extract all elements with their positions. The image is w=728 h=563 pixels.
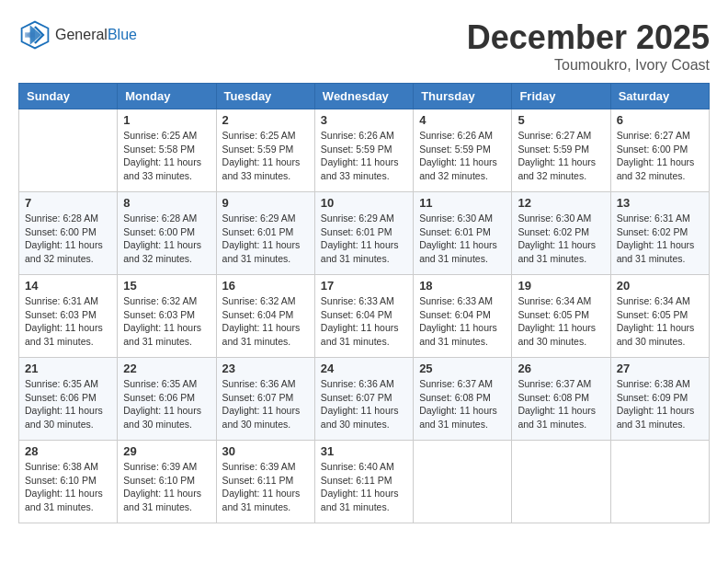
logo-text: GeneralBlue — [55, 27, 137, 43]
day-info: Sunrise: 6:36 AMSunset: 6:07 PMDaylight:… — [321, 377, 407, 431]
calendar-cell: 31Sunrise: 6:40 AMSunset: 6:11 PMDayligh… — [314, 441, 413, 523]
day-info: Sunrise: 6:37 AMSunset: 6:08 PMDaylight:… — [419, 377, 506, 431]
day-number: 9 — [222, 196, 309, 210]
calendar-cell: 26Sunrise: 6:37 AMSunset: 6:08 PMDayligh… — [512, 358, 610, 441]
day-info: Sunrise: 6:26 AMSunset: 5:59 PMDaylight:… — [419, 129, 506, 183]
day-number: 25 — [419, 362, 506, 375]
calendar-week-4: 21Sunrise: 6:35 AMSunset: 6:06 PMDayligh… — [19, 358, 710, 441]
calendar-cell: 25Sunrise: 6:37 AMSunset: 6:08 PMDayligh… — [414, 358, 512, 441]
logo-icon — [18, 18, 51, 52]
day-number: 22 — [123, 362, 210, 375]
weekday-header-saturday: Saturday — [610, 84, 709, 109]
day-info: Sunrise: 6:27 AMSunset: 5:59 PMDaylight:… — [518, 129, 604, 183]
day-info: Sunrise: 6:34 AMSunset: 6:05 PMDaylight:… — [518, 294, 604, 349]
calendar-cell: 29Sunrise: 6:39 AMSunset: 6:10 PMDayligh… — [118, 441, 216, 523]
page-header: GeneralBlue December 2025 Toumoukro, Ivo… — [18, 18, 710, 74]
day-info: Sunrise: 6:36 AMSunset: 6:07 PMDaylight:… — [222, 377, 309, 431]
day-info: Sunrise: 6:28 AMSunset: 6:00 PMDaylight:… — [25, 212, 111, 266]
day-number: 5 — [518, 113, 604, 127]
calendar-cell: 24Sunrise: 6:36 AMSunset: 6:07 PMDayligh… — [314, 358, 413, 441]
day-number: 8 — [123, 196, 210, 210]
logo: GeneralBlue — [18, 18, 137, 52]
day-info: Sunrise: 6:35 AMSunset: 6:06 PMDaylight:… — [123, 377, 210, 431]
calendar-cell: 17Sunrise: 6:33 AMSunset: 6:04 PMDayligh… — [314, 275, 413, 358]
day-number: 13 — [617, 196, 703, 210]
weekday-header-monday: Monday — [118, 84, 216, 109]
calendar-cell: 18Sunrise: 6:33 AMSunset: 6:04 PMDayligh… — [414, 275, 512, 358]
calendar-cell: 2Sunrise: 6:25 AMSunset: 5:59 PMDaylight… — [216, 109, 314, 192]
day-number: 26 — [518, 362, 604, 375]
day-info: Sunrise: 6:25 AMSunset: 5:58 PMDaylight:… — [123, 129, 210, 183]
day-number: 14 — [25, 279, 111, 293]
calendar-cell: 23Sunrise: 6:36 AMSunset: 6:07 PMDayligh… — [216, 358, 314, 441]
location: Toumoukro, Ivory Coast — [467, 57, 710, 74]
day-number: 31 — [321, 444, 407, 458]
day-number: 2 — [222, 113, 309, 127]
day-number: 1 — [123, 113, 210, 127]
day-number: 7 — [25, 196, 111, 210]
day-number: 6 — [617, 113, 703, 127]
calendar-cell: 20Sunrise: 6:34 AMSunset: 6:05 PMDayligh… — [610, 275, 709, 358]
calendar-cell: 11Sunrise: 6:30 AMSunset: 6:01 PMDayligh… — [414, 192, 512, 275]
calendar-cell: 27Sunrise: 6:38 AMSunset: 6:09 PMDayligh… — [610, 358, 709, 441]
day-number: 16 — [222, 279, 309, 293]
calendar-cell — [512, 441, 610, 523]
calendar-cell: 10Sunrise: 6:29 AMSunset: 6:01 PMDayligh… — [314, 192, 413, 275]
calendar-cell: 14Sunrise: 6:31 AMSunset: 6:03 PMDayligh… — [19, 275, 118, 358]
day-info: Sunrise: 6:30 AMSunset: 6:01 PMDaylight:… — [419, 212, 506, 266]
calendar-cell: 19Sunrise: 6:34 AMSunset: 6:05 PMDayligh… — [512, 275, 610, 358]
calendar-cell: 6Sunrise: 6:27 AMSunset: 6:00 PMDaylight… — [610, 109, 709, 192]
calendar-cell: 3Sunrise: 6:26 AMSunset: 5:59 PMDaylight… — [314, 109, 413, 192]
calendar-cell: 4Sunrise: 6:26 AMSunset: 5:59 PMDaylight… — [414, 109, 512, 192]
day-info: Sunrise: 6:37 AMSunset: 6:08 PMDaylight:… — [518, 377, 604, 431]
day-info: Sunrise: 6:40 AMSunset: 6:11 PMDaylight:… — [321, 460, 407, 514]
day-number: 15 — [123, 279, 210, 293]
title-block: December 2025 Toumoukro, Ivory Coast — [467, 18, 710, 74]
day-number: 4 — [419, 113, 506, 127]
day-number: 12 — [518, 196, 604, 210]
calendar-cell: 9Sunrise: 6:29 AMSunset: 6:01 PMDaylight… — [216, 192, 314, 275]
day-info: Sunrise: 6:29 AMSunset: 6:01 PMDaylight:… — [321, 212, 407, 266]
calendar-week-2: 7Sunrise: 6:28 AMSunset: 6:00 PMDaylight… — [19, 192, 710, 275]
day-number: 24 — [321, 362, 407, 375]
calendar-cell: 30Sunrise: 6:39 AMSunset: 6:11 PMDayligh… — [216, 441, 314, 523]
calendar-cell: 8Sunrise: 6:28 AMSunset: 6:00 PMDaylight… — [118, 192, 216, 275]
day-info: Sunrise: 6:25 AMSunset: 5:59 PMDaylight:… — [222, 129, 309, 183]
calendar-cell: 21Sunrise: 6:35 AMSunset: 6:06 PMDayligh… — [19, 358, 118, 441]
calendar-cell: 28Sunrise: 6:38 AMSunset: 6:10 PMDayligh… — [19, 441, 118, 523]
calendar-cell: 1Sunrise: 6:25 AMSunset: 5:58 PMDaylight… — [118, 109, 216, 192]
weekday-header-thursday: Thursday — [414, 84, 512, 109]
day-info: Sunrise: 6:39 AMSunset: 6:10 PMDaylight:… — [123, 460, 210, 514]
day-info: Sunrise: 6:30 AMSunset: 6:02 PMDaylight:… — [518, 212, 604, 266]
calendar-cell: 15Sunrise: 6:32 AMSunset: 6:03 PMDayligh… — [118, 275, 216, 358]
weekday-header-friday: Friday — [512, 84, 610, 109]
calendar-cell — [19, 109, 118, 192]
day-info: Sunrise: 6:31 AMSunset: 6:02 PMDaylight:… — [617, 212, 703, 266]
calendar-week-1: 1Sunrise: 6:25 AMSunset: 5:58 PMDaylight… — [19, 109, 710, 192]
day-number: 23 — [222, 362, 309, 375]
day-info: Sunrise: 6:27 AMSunset: 6:00 PMDaylight:… — [617, 129, 703, 183]
day-number: 20 — [617, 279, 703, 293]
calendar-cell — [610, 441, 709, 523]
calendar-cell: 22Sunrise: 6:35 AMSunset: 6:06 PMDayligh… — [118, 358, 216, 441]
day-number: 19 — [518, 279, 604, 293]
day-info: Sunrise: 6:32 AMSunset: 6:03 PMDaylight:… — [123, 294, 210, 349]
calendar-cell: 12Sunrise: 6:30 AMSunset: 6:02 PMDayligh… — [512, 192, 610, 275]
calendar-week-3: 14Sunrise: 6:31 AMSunset: 6:03 PMDayligh… — [19, 275, 710, 358]
day-info: Sunrise: 6:35 AMSunset: 6:06 PMDaylight:… — [25, 377, 111, 431]
calendar-week-5: 28Sunrise: 6:38 AMSunset: 6:10 PMDayligh… — [19, 441, 710, 523]
calendar: SundayMondayTuesdayWednesdayThursdayFrid… — [18, 83, 710, 523]
day-info: Sunrise: 6:28 AMSunset: 6:00 PMDaylight:… — [123, 212, 210, 266]
day-number: 11 — [419, 196, 506, 210]
weekday-header-row: SundayMondayTuesdayWednesdayThursdayFrid… — [19, 84, 710, 109]
day-number: 17 — [321, 279, 407, 293]
day-info: Sunrise: 6:33 AMSunset: 6:04 PMDaylight:… — [419, 294, 506, 349]
day-number: 28 — [25, 444, 111, 458]
day-number: 30 — [222, 444, 309, 458]
day-number: 29 — [123, 444, 210, 458]
calendar-cell: 13Sunrise: 6:31 AMSunset: 6:02 PMDayligh… — [610, 192, 709, 275]
day-number: 18 — [419, 279, 506, 293]
day-number: 27 — [617, 362, 703, 375]
day-info: Sunrise: 6:26 AMSunset: 5:59 PMDaylight:… — [321, 129, 407, 183]
weekday-header-tuesday: Tuesday — [216, 84, 314, 109]
